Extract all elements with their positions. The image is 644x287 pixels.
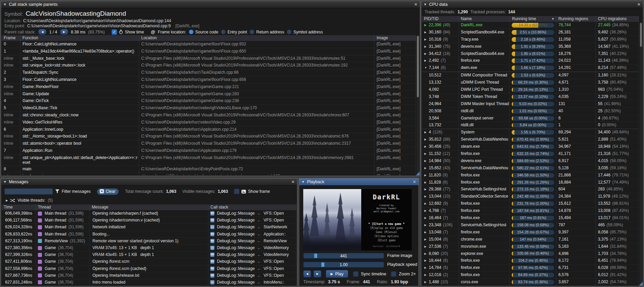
radio-entry-point[interactable]: Entry point <box>221 30 247 34</box>
col-running-regions[interactable]: Running regions <box>556 16 596 22</box>
callstack-row[interactable]: inlineVideo::GetTicksHiResC:\Users\wolf\… <box>2 119 416 126</box>
tree-collapsed-icon[interactable]: ▶ <box>424 257 429 264</box>
callstack-row[interactable]: inlinestd::chrono::steady_clock::nowC:\P… <box>2 112 416 119</box>
scrollbar-thumb[interactable] <box>640 23 642 47</box>
radio-source-code[interactable]: Source code <box>189 30 218 34</box>
callstack-icon[interactable] <box>210 225 215 229</box>
cpu-process-row[interactable]: ▶12,692(9)firefox.exe231.76 ms (1.00%)15… <box>422 200 639 207</box>
tree-collapsed-icon[interactable]: ▶ <box>424 222 429 229</box>
callstack-row[interactable]: 6Application::InnerLoopC:\Users\wolf\Des… <box>2 126 416 133</box>
collapse-icon[interactable]: ▼ <box>302 181 305 184</box>
callstack-row[interactable]: inlinestd::atomic<bool>::operator boolC:… <box>2 140 416 147</box>
col-location[interactable]: Location <box>139 35 375 41</box>
message-row[interactable]: 606,049,398nsMain thread(31,596)Opening … <box>2 210 296 217</box>
radio-return-address[interactable]: Return address <box>250 30 284 34</box>
col-image[interactable]: Image <box>375 35 416 41</box>
filter-input[interactable] <box>4 188 53 195</box>
cpu-process-row[interactable]: ▶11,820(9)firefox.exe346.58 ms (1.50%)21… <box>422 172 639 179</box>
callstack-row[interactable]: 8mainC:\Users\wolf\Desktop\darkrl\src\En… <box>2 166 416 173</box>
tree-collapsed-icon[interactable]: ▶ <box>424 158 429 164</box>
cpu-process-row[interactable]: ▶12,016(2)firefox.exe84.89 ms (0.37%)6,5… <box>422 272 639 279</box>
tree-collapsed-icon[interactable]: ▶ <box>424 43 429 50</box>
location-path[interactable]: C:\Users\wolf\Desktop\darkrl\src\game\vi… <box>23 18 171 23</box>
resize-grip[interactable] <box>639 282 643 286</box>
cpu-process-row[interactable]: 3,748DWM Token Thread23.37 ms (0.10%)4,0… <box>422 94 639 101</box>
callstack-row[interactable]: inlineGame::UpdateC:\Users\wolf\Desktop\… <box>2 91 416 98</box>
cpu-process-row[interactable]: ▶15,004(8)chrome.exe147 ms (0.64%)7,1613… <box>422 236 639 243</box>
tree-collapsed-icon[interactable]: ▶ <box>424 136 429 143</box>
message-row[interactable]: 606,117,568nsMain thread(31,596)Opening … <box>2 217 296 224</box>
cpu-process-row[interactable]: ▶11,152(12)firefox.exe632.15 ms (2.74%)4… <box>422 150 639 158</box>
cpu-process-row[interactable]: 13,132uDWM Event Thread68.29 ms (0.30%)4… <box>422 79 639 86</box>
callstack-icon[interactable] <box>210 253 215 257</box>
tree-collapsed-icon[interactable]: ▶ <box>424 57 429 64</box>
slider-thumb[interactable] <box>314 254 317 258</box>
tree-collapsed-icon[interactable]: ▶ <box>424 236 429 243</box>
cpu-process-row[interactable]: ▶1,488(10)csrss.exe83.74 ms (0.36%)3,657… <box>422 279 639 285</box>
col-time[interactable]: Time <box>2 204 36 210</box>
message-row[interactable]: 627,831,246nsGame(36,704)Intro menu load… <box>2 279 296 285</box>
cpu-process-row[interactable]: ▶34,412(18)ScriptedSandbox64.exe1.85 s (… <box>422 51 639 58</box>
callstack-icon[interactable] <box>210 239 215 243</box>
callstack-row[interactable]: 0Floor::CalcLightNoLuminanceC:\Users\wol… <box>2 41 416 48</box>
prev-callstack-button[interactable]: ◀ <box>38 29 46 35</box>
message-row[interactable]: 627,558,996nsGame(36,704)Opening /forest… <box>2 266 296 272</box>
col-running-time[interactable]: Running time▼ <box>510 16 556 22</box>
callstack-row[interactable]: inlinestd::_Mutex_base::lockC:\Program F… <box>2 55 416 62</box>
radio-symbol-address[interactable]: Symbol address <box>287 30 323 34</box>
callstack-icon[interactable] <box>210 218 215 223</box>
callstack-icon[interactable] <box>210 232 215 236</box>
cpu-process-row[interactable]: ▶2,492(7)firefox.exe1.71 s (7.42%)24,022… <box>422 57 639 64</box>
playback-speed-slider[interactable]: 1.00 <box>303 262 384 268</box>
tree-collapsed-icon[interactable]: ▶ <box>424 29 429 36</box>
clear-button[interactable]: Clear <box>97 188 119 195</box>
tree-collapsed-icon[interactable]: ▶ <box>424 229 429 236</box>
cpu-process-row[interactable]: 20,508ntdll.dll1.01 ms (0.00%)4025(62.50… <box>422 108 639 115</box>
zoom-2x-checkbox[interactable]: Zoom 2× <box>391 271 416 277</box>
message-row[interactable]: 627,380,356nsGame(36,704)VRAM 37x45: 13 … <box>2 245 296 252</box>
tree-collapsed-icon[interactable]: ▶ <box>424 279 429 285</box>
callstack-icon[interactable] <box>210 246 215 250</box>
callstack-row[interactable]: inlinestd::unique_lock<std::mutex>::lock… <box>2 62 416 69</box>
col-cpu-migrations[interactable]: CPU migrations <box>596 16 639 22</box>
show-frame-checkbox[interactable]: Show frame <box>234 189 270 194</box>
callstack-icon[interactable] <box>210 267 215 271</box>
callstack-icon[interactable] <box>210 259 215 264</box>
col-name[interactable]: Name <box>459 16 510 22</box>
scrollbar-thumb[interactable] <box>417 36 419 97</box>
collapse-icon[interactable]: ▼ <box>3 3 6 6</box>
callstack-row[interactable]: 3Floor::CalcLightNoLuminanceC:\Users\wol… <box>2 76 416 84</box>
col-thread[interactable]: Thread <box>36 204 90 210</box>
cpu-process-row[interactable]: ▶14,984(50)devenv.exe584.69 ms (2.53%)6,… <box>422 158 639 165</box>
cpu-process-row[interactable]: 4,092DWM LPC Port Thread29.16 ms (0.13%)… <box>422 86 639 94</box>
cpu-process-row[interactable]: 3,564GameInput server69.68 us (0.00%)64(… <box>422 115 639 122</box>
callstack-row[interactable]: inlineGame::RenderFloorC:\Users\wolf\Des… <box>2 84 416 91</box>
cpu-process-row[interactable]: ▶22,396(49)DarkRL.exe14.33 s (62.06%)78,… <box>422 22 639 29</box>
tree-collapsed-icon[interactable]: ▶ <box>424 129 429 136</box>
cpu-process-row[interactable]: ▼7,144(8)dwm.exe1.66 s (7.18%)14,2918,21… <box>422 64 639 72</box>
cpu-scrollbar[interactable] <box>639 22 642 285</box>
tree-expanded-icon[interactable]: ▼ <box>424 64 429 71</box>
cpu-process-row[interactable]: ▶30,160(84)ScriptedSandbox64.exe2.51 s (… <box>422 29 639 36</box>
cpu-process-row[interactable]: ▶4,768(7)firefox.exe187.54 ms (0.81%)14,… <box>422 207 639 215</box>
close-icon[interactable]: ✕ <box>291 180 295 184</box>
message-row[interactable]: 627,313,190nsRemoteView(31,392)Remote vi… <box>2 238 296 245</box>
cpu-process-row[interactable]: ▶13,044(10)StandardCollector.Service242.… <box>422 193 639 200</box>
cpu-process-row[interactable]: ▶11,828(6)firefox.exe291.26 ms (1.26%)16… <box>422 179 639 186</box>
cpu-process-row[interactable]: ▶31,340(75)devenv.exe1.91 s (8.26%)35,36… <box>422 43 639 51</box>
tree-collapsed-icon[interactable]: ▶ <box>424 165 429 172</box>
col-frame[interactable]: Frame <box>2 35 20 41</box>
collapse-icon[interactable]: ▼ <box>424 3 427 6</box>
col-function[interactable]: Function <box>20 35 139 41</box>
cpu-process-row[interactable]: ▶23,348(106)ServiceHub.SettingsHost158.0… <box>422 222 639 229</box>
callstack-row[interactable]: 7Application::RunC:\Users\wolf\Desktop\d… <box>2 147 416 155</box>
callstack-icon[interactable] <box>210 280 215 285</box>
tree-collapsed-icon[interactable]: ▶ <box>424 143 429 150</box>
tree-collapsed-icon[interactable]: ▶ <box>424 264 429 271</box>
tree-collapsed-icon[interactable]: ▶ <box>424 207 429 214</box>
callstack-row[interactable]: inlineinvoke_maind:\agent\_work\63\s\src… <box>2 173 416 175</box>
cpu-process-row[interactable]: ▶16,464(7)firefox.exe187 ms (0.81%)15,49… <box>422 215 639 222</box>
cpu-process-row[interactable]: ▶18,444(6)firefox.exe104.2 ms (0.45%)8,1… <box>422 257 639 264</box>
tree-collapsed-icon[interactable]: ▶ <box>424 272 429 278</box>
cpu-process-row[interactable]: ▶35,812(88)ServiceHub.DataWarehou670.41 … <box>422 136 639 143</box>
